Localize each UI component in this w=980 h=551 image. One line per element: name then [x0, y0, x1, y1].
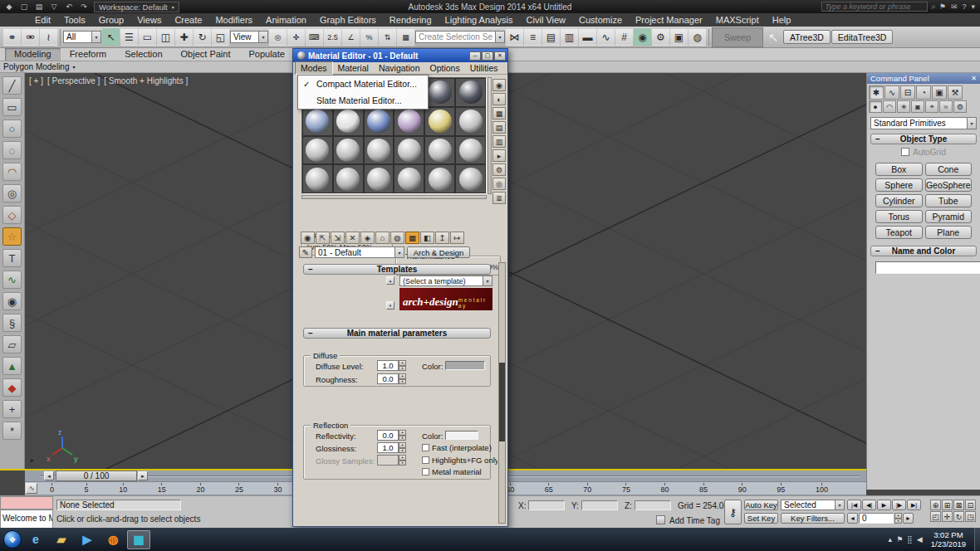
material-sample-slot[interactable] [394, 107, 424, 136]
go-forward-sibling-icon[interactable]: ↦ [450, 232, 464, 244]
material-sample-slot[interactable] [302, 107, 333, 136]
roughness-spinner[interactable]: ▴▾ [399, 373, 406, 384]
systems-category-icon[interactable]: ⚙ [953, 100, 967, 113]
show-hidden-icons-icon[interactable]: ▴ [889, 535, 893, 544]
previous-frame-icon[interactable]: ◀| [862, 500, 876, 510]
media-player-icon[interactable]: ▶ [76, 530, 99, 549]
material-sample-slot[interactable] [424, 78, 455, 107]
set-keys-icon[interactable]: ⚷ [724, 500, 742, 524]
named-selection-dropdown[interactable]: Create Selection Se ▾ [415, 31, 505, 43]
material-type-button[interactable]: Arch & Design [407, 246, 470, 258]
scene-explorer-icon[interactable]: ▤ [542, 28, 560, 46]
name-and-color-rollout[interactable]: − Name and Color [870, 246, 977, 256]
select-and-rotate-icon[interactable]: ↻ [194, 28, 211, 46]
material-sample-slot[interactable] [455, 107, 486, 136]
menubar-item[interactable]: Views [130, 13, 168, 27]
select-and-link-icon[interactable]: ⚭ [3, 28, 21, 46]
select-and-move-icon[interactable]: ✚ [175, 28, 193, 46]
viewport-general-menu[interactable]: [ + ] [29, 76, 43, 85]
object-type-rollout[interactable]: − Object Type [870, 134, 977, 144]
spacewarps-category-icon[interactable]: ≈ [939, 100, 953, 113]
template-dropdown[interactable]: (Select a template) ▾ [399, 276, 492, 286]
editatree3d-button[interactable]: EditaTree3D [831, 30, 894, 44]
menubar-item[interactable]: Lighting Analysis [439, 13, 520, 27]
menubar-item[interactable]: Edit [28, 13, 57, 27]
material-sample-slot[interactable] [364, 164, 394, 193]
application-menu-icon[interactable]: ◆ [2, 2, 16, 12]
help-search-input[interactable] [821, 2, 928, 12]
gem-tool-icon[interactable]: ◆ [2, 378, 22, 397]
orbit-icon[interactable]: ↻ [953, 511, 964, 522]
autogrid-checkbox[interactable] [901, 148, 909, 156]
material-sample-slot[interactable] [424, 164, 455, 193]
material-sample-slot[interactable] [455, 136, 486, 165]
menubar-item[interactable]: Create [168, 13, 208, 27]
egg-tool-icon[interactable]: ◉ [2, 292, 22, 310]
save-scene-icon[interactable]: ▽ [47, 2, 61, 12]
percent-snap-icon[interactable]: % [360, 28, 378, 46]
close-icon[interactable]: ✕ [971, 75, 977, 82]
material-sample-slot[interactable] [364, 136, 394, 165]
material-sample-slot[interactable] [424, 107, 455, 136]
spinner-snap-icon[interactable]: ⇅ [379, 28, 396, 46]
material-sample-slot[interactable] [394, 136, 424, 165]
reflection-fast-checkbox[interactable] [422, 444, 429, 451]
reference-coordinate-dropdown[interactable]: View ▾ [230, 31, 268, 43]
material-sample-slot[interactable] [302, 136, 333, 165]
display-tab-icon[interactable]: ▣ [932, 85, 947, 100]
video-color-check-icon[interactable]: ▥ [492, 135, 506, 148]
reflection-color-swatch[interactable] [445, 431, 478, 440]
select-and-scale-icon[interactable]: ◱ [212, 28, 229, 46]
snaps-toggle-icon[interactable]: 2.5 [324, 28, 341, 46]
go-to-start-icon[interactable]: |◀ [847, 500, 861, 510]
primitives-dropdown[interactable]: Standard Primitives ▾ [870, 117, 977, 129]
terrain-tool-icon[interactable]: ▲ [2, 357, 22, 375]
line-tool-icon[interactable]: ╱ [2, 76, 22, 95]
material-sample-slot[interactable] [333, 164, 364, 193]
geometry-category-icon[interactable]: ● [869, 100, 882, 113]
primitive-button[interactable]: GeoSphere [925, 178, 973, 192]
polygon-modeling-tab[interactable]: Polygon Modeling [3, 62, 70, 71]
go-to-parent-icon[interactable]: ↥ [435, 232, 449, 244]
firefox-icon[interactable]: ◍ [101, 530, 125, 549]
communication-center-icon[interactable]: ✉ [951, 2, 958, 11]
material-sample-slot[interactable] [424, 136, 455, 165]
layer-manager-icon[interactable]: ▥ [561, 28, 578, 46]
named-selection-sets-icon[interactable]: ▦ [397, 28, 414, 46]
put-to-scene-icon[interactable]: ⇱ [316, 232, 330, 244]
zoom-extents-icon[interactable]: ⊠ [953, 500, 964, 510]
ribbon-tab[interactable]: Selection [115, 48, 171, 61]
play-animation-icon[interactable]: ▶ [877, 500, 891, 510]
curve-editor-icon[interactable]: ∿ [597, 28, 615, 46]
maximize-icon[interactable]: ▢ [482, 51, 493, 61]
y-coordinate-field[interactable] [581, 500, 618, 510]
pick-material-icon[interactable]: ✎ [299, 246, 312, 258]
workspace-selector[interactable]: Workspace: Default ▾ [94, 2, 179, 12]
menubar-item[interactable]: Rendering [383, 13, 439, 27]
material-sample-slot[interactable] [333, 107, 364, 136]
cross-tool-icon[interactable]: + [2, 400, 22, 418]
modify-tab-icon[interactable]: ∿ [884, 85, 899, 100]
open-scene-icon[interactable]: ▤ [32, 2, 46, 12]
minimize-icon[interactable]: ─ [469, 51, 481, 61]
add-time-tag[interactable]: Add Time Tag [669, 516, 720, 525]
zoom-all-icon[interactable]: ⊞ [942, 500, 953, 510]
put-to-library-icon[interactable]: ⌂ [375, 232, 390, 244]
render-setup-icon[interactable]: ⚙ [652, 28, 669, 46]
viewport-shading-menu[interactable]: [ Smooth + Highlights ] [104, 76, 188, 85]
ribbon-tab[interactable]: Populate [239, 48, 293, 61]
action-center-icon[interactable]: ⚑ [896, 535, 903, 544]
metal-material-checkbox[interactable] [422, 468, 429, 475]
select-and-manipulate-icon[interactable]: ✜ [287, 28, 305, 46]
primitive-button[interactable]: Tube [925, 194, 973, 207]
cameras-category-icon[interactable]: ◙ [911, 100, 924, 113]
lights-category-icon[interactable]: ☀ [897, 100, 910, 113]
schematic-view-icon[interactable]: # [615, 28, 633, 46]
material-editor-menu-item[interactable]: Navigation [374, 62, 425, 74]
menubar-item[interactable]: Customize [572, 13, 629, 27]
ellipse-tool-icon[interactable]: ◌ [2, 141, 22, 159]
material-sample-slot[interactable] [302, 164, 333, 193]
menubar-item[interactable]: Project Manager [629, 13, 709, 27]
options-icon[interactable]: ⚙ [492, 163, 506, 176]
material-sample-slot[interactable] [455, 164, 486, 193]
